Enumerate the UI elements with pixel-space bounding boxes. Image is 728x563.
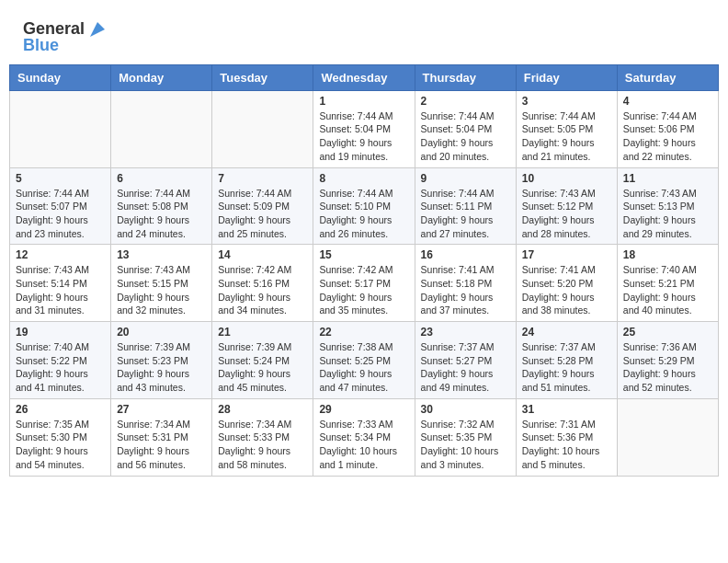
day-info: Sunrise: 7:41 AM Sunset: 5:18 PM Dayligh… <box>421 263 510 317</box>
day-number: 4 <box>623 95 712 108</box>
logo-icon <box>86 18 108 40</box>
calendar-cell: 22Sunrise: 7:38 AM Sunset: 5:25 PM Dayli… <box>313 322 415 399</box>
day-number: 11 <box>623 172 712 185</box>
calendar-cell <box>111 90 212 167</box>
day-number: 2 <box>421 95 510 108</box>
calendar-header-row: SundayMondayTuesdayWednesdayThursdayFrid… <box>10 64 719 90</box>
calendar-cell: 9Sunrise: 7:44 AM Sunset: 5:11 PM Daylig… <box>415 167 516 245</box>
day-number: 20 <box>117 326 206 339</box>
day-number: 1 <box>319 95 408 108</box>
calendar-cell: 26Sunrise: 7:35 AM Sunset: 5:30 PM Dayli… <box>10 398 111 476</box>
calendar-cell: 15Sunrise: 7:42 AM Sunset: 5:17 PM Dayli… <box>313 245 415 322</box>
calendar-cell: 10Sunrise: 7:43 AM Sunset: 5:12 PM Dayli… <box>516 167 617 245</box>
day-info: Sunrise: 7:41 AM Sunset: 5:20 PM Dayligh… <box>522 263 611 317</box>
calendar-week-row: 19Sunrise: 7:40 AM Sunset: 5:22 PM Dayli… <box>10 322 719 399</box>
calendar-cell: 2Sunrise: 7:44 AM Sunset: 5:04 PM Daylig… <box>415 90 516 167</box>
day-info: Sunrise: 7:39 AM Sunset: 5:24 PM Dayligh… <box>218 340 307 395</box>
day-number: 30 <box>421 403 510 416</box>
day-number: 19 <box>16 326 105 339</box>
day-info: Sunrise: 7:44 AM Sunset: 5:08 PM Dayligh… <box>117 187 206 241</box>
day-info: Sunrise: 7:44 AM Sunset: 5:04 PM Dayligh… <box>421 109 510 164</box>
day-info: Sunrise: 7:44 AM Sunset: 5:05 PM Dayligh… <box>522 109 611 164</box>
column-header-thursday: Thursday <box>415 64 516 90</box>
day-number: 23 <box>421 326 510 339</box>
column-header-wednesday: Wednesday <box>313 64 415 90</box>
day-info: Sunrise: 7:44 AM Sunset: 5:04 PM Dayligh… <box>319 109 408 164</box>
day-info: Sunrise: 7:31 AM Sunset: 5:36 PM Dayligh… <box>522 418 611 472</box>
calendar-week-row: 12Sunrise: 7:43 AM Sunset: 5:14 PM Dayli… <box>10 245 719 322</box>
day-number: 6 <box>117 172 206 185</box>
calendar-cell <box>212 90 313 167</box>
day-number: 22 <box>319 326 408 339</box>
svg-marker-0 <box>90 22 105 37</box>
calendar-cell: 25Sunrise: 7:36 AM Sunset: 5:29 PM Dayli… <box>617 322 718 399</box>
calendar-cell: 23Sunrise: 7:37 AM Sunset: 5:27 PM Dayli… <box>415 322 516 399</box>
calendar-cell: 20Sunrise: 7:39 AM Sunset: 5:23 PM Dayli… <box>111 322 212 399</box>
calendar-cell: 12Sunrise: 7:43 AM Sunset: 5:14 PM Dayli… <box>10 245 111 322</box>
day-number: 25 <box>623 326 712 339</box>
day-number: 26 <box>16 403 105 416</box>
day-info: Sunrise: 7:40 AM Sunset: 5:22 PM Dayligh… <box>16 340 105 395</box>
column-header-monday: Monday <box>111 64 212 90</box>
calendar-cell: 1Sunrise: 7:44 AM Sunset: 5:04 PM Daylig… <box>313 90 415 167</box>
calendar-cell: 21Sunrise: 7:39 AM Sunset: 5:24 PM Dayli… <box>212 322 313 399</box>
calendar-cell: 6Sunrise: 7:44 AM Sunset: 5:08 PM Daylig… <box>111 167 212 245</box>
column-header-tuesday: Tuesday <box>212 64 313 90</box>
calendar-cell: 14Sunrise: 7:42 AM Sunset: 5:16 PM Dayli… <box>212 245 313 322</box>
day-number: 8 <box>319 172 408 185</box>
day-info: Sunrise: 7:44 AM Sunset: 5:06 PM Dayligh… <box>623 109 712 164</box>
calendar-cell <box>10 90 111 167</box>
day-number: 31 <box>522 403 611 416</box>
day-info: Sunrise: 7:32 AM Sunset: 5:35 PM Dayligh… <box>421 418 510 472</box>
calendar-cell: 16Sunrise: 7:41 AM Sunset: 5:18 PM Dayli… <box>415 245 516 322</box>
day-info: Sunrise: 7:43 AM Sunset: 5:13 PM Dayligh… <box>623 187 712 241</box>
day-info: Sunrise: 7:40 AM Sunset: 5:21 PM Dayligh… <box>623 263 712 317</box>
day-info: Sunrise: 7:44 AM Sunset: 5:09 PM Dayligh… <box>218 187 307 241</box>
calendar-cell <box>617 398 718 476</box>
calendar-week-row: 1Sunrise: 7:44 AM Sunset: 5:04 PM Daylig… <box>10 90 719 167</box>
calendar-cell: 28Sunrise: 7:34 AM Sunset: 5:33 PM Dayli… <box>212 398 313 476</box>
calendar-cell: 18Sunrise: 7:40 AM Sunset: 5:21 PM Dayli… <box>617 245 718 322</box>
calendar-cell: 3Sunrise: 7:44 AM Sunset: 5:05 PM Daylig… <box>516 90 617 167</box>
day-info: Sunrise: 7:33 AM Sunset: 5:34 PM Dayligh… <box>319 418 408 472</box>
calendar-cell: 8Sunrise: 7:44 AM Sunset: 5:10 PM Daylig… <box>313 167 415 245</box>
day-number: 16 <box>421 248 510 261</box>
day-info: Sunrise: 7:42 AM Sunset: 5:16 PM Dayligh… <box>218 263 307 317</box>
day-number: 12 <box>16 248 105 261</box>
calendar-cell: 31Sunrise: 7:31 AM Sunset: 5:36 PM Dayli… <box>516 398 617 476</box>
column-header-sunday: Sunday <box>10 64 111 90</box>
day-info: Sunrise: 7:34 AM Sunset: 5:31 PM Dayligh… <box>117 418 206 472</box>
day-number: 10 <box>522 172 611 185</box>
logo-blue-text: Blue <box>23 37 59 55</box>
day-number: 27 <box>117 403 206 416</box>
calendar-cell: 4Sunrise: 7:44 AM Sunset: 5:06 PM Daylig… <box>617 90 718 167</box>
calendar-cell: 13Sunrise: 7:43 AM Sunset: 5:15 PM Dayli… <box>111 245 212 322</box>
calendar-table: SundayMondayTuesdayWednesdayThursdayFrid… <box>9 64 719 477</box>
calendar-cell: 7Sunrise: 7:44 AM Sunset: 5:09 PM Daylig… <box>212 167 313 245</box>
day-info: Sunrise: 7:43 AM Sunset: 5:14 PM Dayligh… <box>16 263 105 317</box>
logo: General Blue <box>23 18 108 55</box>
calendar-week-row: 5Sunrise: 7:44 AM Sunset: 5:07 PM Daylig… <box>10 167 719 245</box>
day-info: Sunrise: 7:38 AM Sunset: 5:25 PM Dayligh… <box>319 340 408 395</box>
day-number: 14 <box>218 248 307 261</box>
column-header-friday: Friday <box>516 64 617 90</box>
day-info: Sunrise: 7:43 AM Sunset: 5:15 PM Dayligh… <box>117 263 206 317</box>
day-number: 29 <box>319 403 408 416</box>
calendar-cell: 30Sunrise: 7:32 AM Sunset: 5:35 PM Dayli… <box>415 398 516 476</box>
day-info: Sunrise: 7:44 AM Sunset: 5:07 PM Dayligh… <box>16 187 105 241</box>
calendar-week-row: 26Sunrise: 7:35 AM Sunset: 5:30 PM Dayli… <box>10 398 719 476</box>
day-info: Sunrise: 7:42 AM Sunset: 5:17 PM Dayligh… <box>319 263 408 317</box>
day-info: Sunrise: 7:35 AM Sunset: 5:30 PM Dayligh… <box>16 418 105 472</box>
day-number: 28 <box>218 403 307 416</box>
calendar-cell: 11Sunrise: 7:43 AM Sunset: 5:13 PM Dayli… <box>617 167 718 245</box>
day-info: Sunrise: 7:36 AM Sunset: 5:29 PM Dayligh… <box>623 340 712 395</box>
day-number: 21 <box>218 326 307 339</box>
day-number: 18 <box>623 248 712 261</box>
calendar-cell: 5Sunrise: 7:44 AM Sunset: 5:07 PM Daylig… <box>10 167 111 245</box>
day-info: Sunrise: 7:37 AM Sunset: 5:28 PM Dayligh… <box>522 340 611 395</box>
day-info: Sunrise: 7:44 AM Sunset: 5:10 PM Dayligh… <box>319 187 408 241</box>
day-info: Sunrise: 7:44 AM Sunset: 5:11 PM Dayligh… <box>421 187 510 241</box>
day-number: 13 <box>117 248 206 261</box>
day-info: Sunrise: 7:37 AM Sunset: 5:27 PM Dayligh… <box>421 340 510 395</box>
day-info: Sunrise: 7:43 AM Sunset: 5:12 PM Dayligh… <box>522 187 611 241</box>
